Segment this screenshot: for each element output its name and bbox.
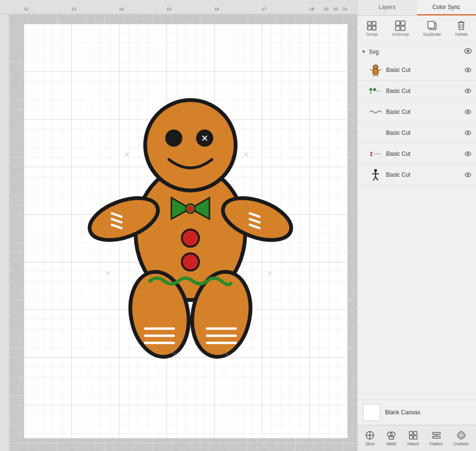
blank-canvas-row: Blank Canvas: [357, 400, 476, 425]
delete-label: Delete: [455, 32, 467, 37]
gingerbread-container[interactable]: ✕ ✕ ✕ ✕ ✕ ✕: [76, 62, 305, 386]
layer-row-3[interactable]: Basic Cut: [357, 101, 476, 122]
svg-rect-93: [433, 436, 440, 438]
svg-rect-37: [372, 26, 376, 30]
svg-rect-44: [428, 21, 435, 28]
delete-button[interactable]: Delete: [452, 19, 470, 39]
svg-rect-42: [401, 26, 405, 30]
contour-button[interactable]: Contour: [451, 428, 472, 448]
svg-eye-icon[interactable]: [464, 47, 472, 57]
layer-label-4: Basic Cut: [386, 130, 460, 136]
weld-button[interactable]: Weld: [383, 428, 399, 448]
slice-label: Slice: [365, 441, 375, 446]
layer-row-6[interactable]: Basic Cut: [357, 164, 476, 185]
svg-point-70: [370, 152, 372, 154]
svg-rect-36: [367, 26, 371, 30]
ruler-left: [0, 14, 10, 451]
duplicate-button[interactable]: Duplicate: [420, 19, 444, 39]
layer-row-5[interactable]: Basic Cut: [357, 143, 476, 164]
svg-rect-90: [409, 436, 413, 439]
svg-text:✕: ✕: [224, 351, 230, 359]
ruler-tick-18: 18: [309, 7, 314, 11]
layer-thumb-4: [369, 126, 382, 140]
contour-label: Contour: [454, 441, 469, 446]
svg-rect-34: [367, 21, 371, 25]
svg-rect-92: [433, 432, 440, 434]
panel-toolbar: Group UnGroup Duplicate: [357, 16, 476, 42]
group-icon: [367, 20, 377, 31]
layer-eye-6[interactable]: [464, 170, 472, 179]
layer-label-5: Basic Cut: [386, 150, 460, 157]
layer-thumb-1: [369, 63, 382, 77]
svg-point-74: [467, 153, 469, 155]
flatten-icon: [431, 430, 442, 441]
ruler-tick-21: 21: [343, 7, 347, 11]
ungroup-icon: [395, 20, 406, 31]
svg-text:✕: ✕: [267, 270, 273, 278]
svg-line-54: [370, 70, 373, 70]
svg-text:✕: ✕: [243, 150, 249, 159]
svg-point-65: [467, 90, 469, 92]
svg-text:✕: ✕: [171, 351, 178, 359]
layer-eye-2[interactable]: [464, 87, 472, 95]
layer-row-2[interactable]: Basic Cut: [357, 80, 476, 101]
group-button[interactable]: Group: [363, 19, 381, 39]
svg-rect-45: [459, 22, 464, 30]
svg-rect-89: [414, 431, 417, 435]
weld-label: Weld: [386, 441, 396, 446]
group-label: Group: [366, 32, 378, 37]
svg-point-1: [145, 100, 236, 190]
tab-color-sync[interactable]: Color Sync: [417, 0, 476, 15]
app-container: 12 13 14 15 16 17 18 19 20 21: [0, 0, 476, 451]
ruler-tick-16: 16: [214, 7, 219, 11]
layer-row-4[interactable]: Basic Cut: [357, 122, 476, 143]
attach-button[interactable]: Attach: [404, 428, 422, 448]
layer-eye-4[interactable]: [464, 129, 472, 137]
canvas-area: 12 13 14 15 16 17 18 19 20 21: [0, 0, 357, 451]
slice-button[interactable]: Slice: [362, 428, 378, 448]
svg-point-61: [373, 88, 376, 91]
layer-eye-5[interactable]: [464, 150, 472, 158]
svg-point-14: [182, 230, 199, 247]
svg-text:✕: ✕: [105, 270, 111, 278]
ruler-tick-19: 19: [324, 7, 328, 11]
layer-thumb-5: [369, 147, 382, 160]
tab-layers[interactable]: Layers: [357, 0, 417, 15]
contour-icon: [456, 430, 466, 441]
svg-line-55: [378, 70, 381, 70]
svg-line-79: [376, 177, 378, 180]
svg-point-69: [467, 132, 469, 134]
attach-icon: [408, 430, 418, 441]
svg-rect-88: [409, 431, 413, 435]
ungroup-label: UnGroup: [392, 32, 409, 37]
flatten-button[interactable]: Flatten: [427, 428, 446, 448]
svg-point-81: [467, 174, 469, 176]
delete-icon: [456, 20, 466, 31]
svg-header[interactable]: ▼ Svg: [357, 44, 476, 60]
svg-point-62: [370, 92, 372, 94]
slice-icon: [365, 430, 375, 441]
layer-label-3: Basic Cut: [386, 109, 460, 115]
layer-thumb-3: [369, 105, 382, 119]
white-canvas[interactable]: ✕ ✕ ✕ ✕ ✕ ✕: [24, 24, 347, 438]
ungroup-button[interactable]: UnGroup: [389, 19, 412, 39]
svg-point-59: [467, 69, 469, 71]
svg-point-15: [182, 253, 199, 271]
svg-point-6: [165, 130, 182, 147]
svg-point-75: [374, 169, 377, 172]
ruler-tick-15: 15: [167, 7, 171, 11]
layer-eye-1[interactable]: [464, 66, 472, 74]
svg-point-67: [467, 111, 469, 113]
ruler-tick-20: 20: [333, 7, 338, 11]
layer-row-1[interactable]: Basic Cut: [357, 60, 476, 80]
svg-rect-91: [414, 436, 417, 439]
canvas-work: ✕ ✕ ✕ ✕ ✕ ✕: [10, 14, 357, 451]
svg-collapse-arrow: ▼: [361, 49, 366, 54]
panel-tabs: Layers Color Sync: [357, 0, 476, 16]
layer-eye-3[interactable]: [464, 108, 472, 116]
svg-rect-41: [396, 26, 400, 30]
layer-thumb-2: [369, 84, 382, 98]
panel-bottom-toolbar: Slice Weld Attach: [357, 425, 476, 451]
svg-point-71: [370, 154, 372, 156]
attach-label: Attach: [407, 441, 419, 446]
